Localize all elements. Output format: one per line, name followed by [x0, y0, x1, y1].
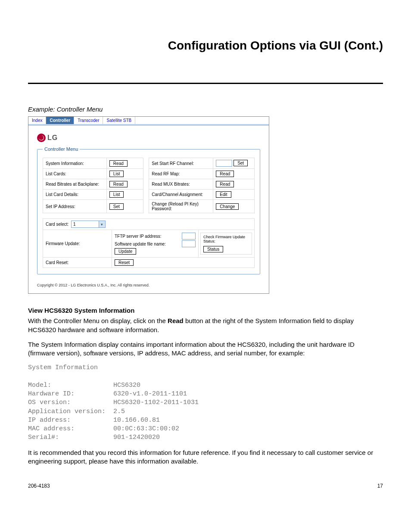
- read-button[interactable]: Read: [216, 171, 234, 177]
- tab-index[interactable]: Index: [28, 117, 46, 124]
- fieldset-legend: Controller Menu: [43, 146, 80, 152]
- controller-menu-fieldset: Controller Menu System Information:ReadS…: [37, 146, 260, 274]
- footer-docnum: 206-4183: [28, 483, 50, 489]
- tab-transcoder[interactable]: Transcoder: [74, 117, 103, 124]
- system-info-block: System Information Model: HCS6320 Hardwa…: [28, 364, 383, 442]
- controller-menu-screenshot: IndexControllerTranscoderSatellite STB L…: [28, 116, 269, 294]
- opt-label: System Information:: [43, 158, 107, 169]
- opt-label: Read MUX Bitrates:: [149, 179, 213, 190]
- edit-button[interactable]: Edit: [216, 191, 231, 198]
- opt-label: Set IP Address:: [43, 200, 107, 213]
- options-grid: System Information:ReadSet Start RF Chan…: [43, 158, 255, 213]
- lower-grid: Card select: 1 ▾ Firmware Update: TFTP s…: [43, 218, 255, 268]
- firmware-update-label: Firmware Update:: [43, 230, 112, 258]
- tftp-ip-input[interactable]: [182, 233, 196, 240]
- section-heading: View HCS6320 System Information: [28, 307, 383, 314]
- lg-logo-icon: [37, 134, 46, 142]
- opt-label: Set Start RF Channel:: [149, 158, 213, 169]
- tftp-ip-label: TFTP server IP address:: [115, 234, 179, 239]
- opt-label: List Card Details:: [43, 190, 107, 200]
- set-button[interactable]: Set: [109, 203, 124, 210]
- read-button[interactable]: Read: [216, 181, 234, 187]
- start-rf-channel-input[interactable]: [216, 160, 232, 167]
- status-button[interactable]: Status: [203, 246, 223, 252]
- opt-label: List Cards:: [43, 169, 107, 179]
- swfile-label: Software update file name:: [115, 242, 179, 246]
- list-button[interactable]: List: [109, 191, 124, 198]
- card-select-value: 1: [73, 222, 76, 227]
- change-button[interactable]: Change: [216, 203, 239, 210]
- chevron-down-icon: ▾: [99, 221, 105, 227]
- card-select-label: Card select:: [46, 222, 68, 227]
- opt-label: Read Bitrates at Backplane:: [43, 179, 107, 190]
- list-button[interactable]: List: [109, 171, 124, 177]
- read-button[interactable]: Read: [109, 160, 128, 167]
- card-select-dropdown[interactable]: 1 ▾: [71, 221, 106, 228]
- opt-label: Change (Reload PI Key) Password:: [149, 200, 213, 213]
- figure-caption: Example: Controller Menu: [28, 106, 383, 113]
- lg-logo: LG: [37, 134, 260, 142]
- tab-controller[interactable]: Controller: [46, 117, 74, 124]
- horizontal-rule: [28, 83, 383, 84]
- set-button[interactable]: Set: [234, 160, 248, 166]
- footer-pagenum: 17: [377, 483, 383, 489]
- update-button[interactable]: Update: [115, 248, 136, 255]
- opt-label: Read RF Map:: [149, 169, 213, 179]
- paragraph-2: The System Information display contains …: [28, 340, 383, 358]
- page-title: Configuration Options via GUI (Cont.): [28, 39, 383, 53]
- tab-bar: IndexControllerTranscoderSatellite STB: [28, 117, 269, 124]
- tab-satellite-stb[interactable]: Satellite STB: [103, 117, 135, 124]
- lg-logo-text: LG: [47, 134, 58, 142]
- read-button[interactable]: Read: [109, 181, 128, 187]
- paragraph-1: With the Controller Menu on display, cli…: [28, 317, 383, 334]
- screenshot-copyright: Copyright © 2012 - LG Electronics U.S.A.…: [37, 283, 260, 287]
- card-reset-label: Card Reset:: [43, 258, 112, 268]
- paragraph-3: It is recommended that you record this i…: [28, 448, 383, 466]
- reset-button[interactable]: Reset: [115, 259, 134, 266]
- fw-status-title: Check Firmware Update Status:: [203, 235, 249, 243]
- swfile-input[interactable]: [182, 240, 196, 247]
- opt-label: Card/Channel Assignment:: [149, 190, 213, 200]
